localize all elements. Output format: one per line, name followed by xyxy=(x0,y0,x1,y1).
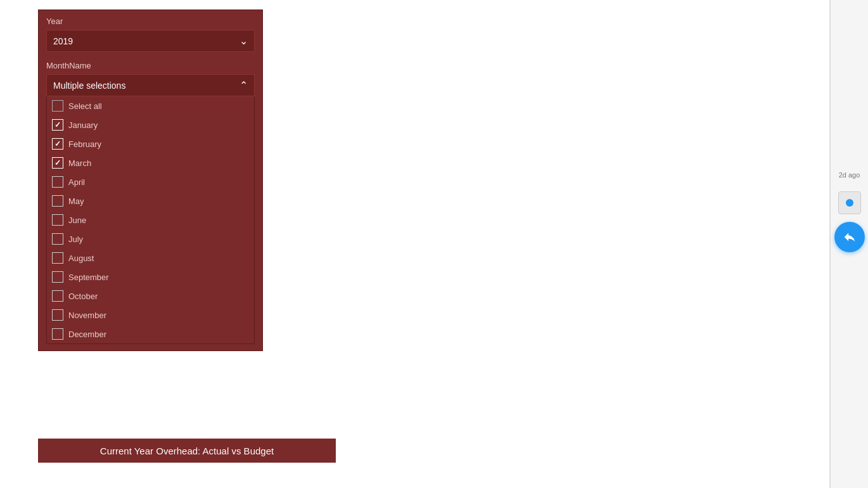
month-item[interactable]: February xyxy=(47,134,254,153)
month-name: February xyxy=(68,139,101,149)
month-checkbox xyxy=(52,138,63,150)
month-item[interactable]: Select all xyxy=(47,96,254,115)
month-item[interactable]: December xyxy=(47,324,254,344)
multi-select-header[interactable]: Multiple selections ⌃ xyxy=(46,74,255,96)
bottom-bar-title: Current Year Overhead: Actual vs Budget xyxy=(100,446,274,456)
month-item[interactable]: January xyxy=(47,115,254,134)
month-item[interactable]: September xyxy=(47,267,254,286)
month-label: MonthName xyxy=(46,61,255,70)
year-label: Year xyxy=(46,16,255,26)
chevron-up-icon: ⌃ xyxy=(239,79,248,91)
month-checkbox xyxy=(52,157,63,169)
year-value: 2019 xyxy=(53,36,73,46)
month-name: August xyxy=(68,254,94,263)
month-item[interactable]: May xyxy=(47,191,254,210)
chevron-down-icon: ⌄ xyxy=(239,35,248,47)
month-name: November xyxy=(68,311,106,320)
right-panel: 2d ago xyxy=(830,0,868,488)
month-item[interactable]: March xyxy=(47,153,254,172)
month-name: September xyxy=(68,273,109,282)
month-name: March xyxy=(68,158,91,168)
month-name: October xyxy=(68,292,98,301)
month-name: December xyxy=(68,330,106,339)
bottom-bar: Current Year Overhead: Actual vs Budget xyxy=(38,439,336,463)
month-checkbox xyxy=(52,328,63,340)
month-checkbox xyxy=(52,195,63,207)
month-checkbox xyxy=(52,119,63,131)
month-checkbox xyxy=(52,271,63,283)
month-item[interactable]: April xyxy=(47,172,254,191)
month-name: June xyxy=(68,215,86,225)
blue-dot-icon xyxy=(846,199,853,207)
month-item[interactable]: October xyxy=(47,286,254,305)
month-checkbox xyxy=(52,176,63,188)
timestamp-label: 2d ago xyxy=(839,171,860,179)
reply-button[interactable] xyxy=(834,222,865,252)
month-name: Select all xyxy=(68,101,102,111)
small-icon-button[interactable] xyxy=(838,191,861,214)
month-checkbox xyxy=(52,100,63,112)
multi-select-label: Multiple selections xyxy=(53,80,125,91)
month-item[interactable]: August xyxy=(47,248,254,267)
month-name: January xyxy=(68,120,98,130)
month-checkbox xyxy=(52,252,63,264)
month-name: July xyxy=(68,234,83,244)
month-item[interactable]: July xyxy=(47,229,254,248)
main-content: Year 2019 ⌄ MonthName Multiple selection… xyxy=(0,0,830,488)
reply-icon xyxy=(843,230,857,244)
month-checkbox xyxy=(52,233,63,245)
month-name: May xyxy=(68,196,84,206)
month-checkbox xyxy=(52,214,63,226)
month-checkbox xyxy=(52,290,63,302)
filter-panel: Year 2019 ⌄ MonthName Multiple selection… xyxy=(38,10,263,351)
month-name: April xyxy=(68,177,85,187)
month-checkbox xyxy=(52,309,63,321)
month-item[interactable]: June xyxy=(47,210,254,229)
month-list: Select allJanuaryFebruaryMarchAprilMayJu… xyxy=(46,96,255,344)
month-item[interactable]: November xyxy=(47,305,254,324)
year-dropdown[interactable]: 2019 ⌄ xyxy=(46,30,255,52)
